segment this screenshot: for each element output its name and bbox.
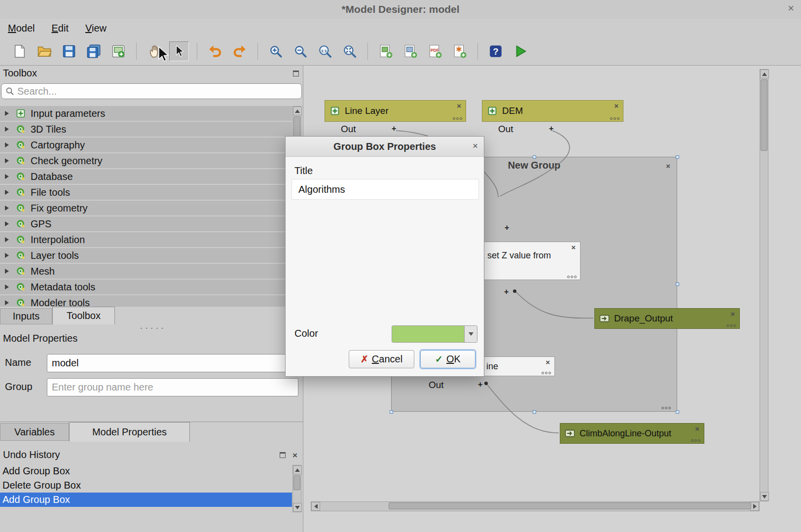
expand-caret-icon[interactable] xyxy=(5,111,9,116)
group-box-properties-dialog[interactable]: Group Box Properties × Title Color ✗ Can… xyxy=(285,136,484,377)
tab-model-properties[interactable]: Model Properties xyxy=(69,422,190,442)
node-set-z-value[interactable]: set Z value from × xyxy=(482,242,581,280)
node-plus-toggle[interactable]: + xyxy=(504,287,509,296)
toolbox-search[interactable] xyxy=(1,83,302,99)
expand-caret-icon[interactable] xyxy=(5,300,9,305)
toolbox-item-file-tools[interactable]: Q File tools xyxy=(0,185,292,200)
toolbox-item-cartography[interactable]: Q Cartography xyxy=(0,138,292,152)
toolbox-item-input-parameters[interactable]: Input parameters xyxy=(0,106,292,121)
zoom-out-button[interactable] xyxy=(291,41,310,61)
window-close-button[interactable]: × xyxy=(788,2,794,15)
scrollbar-thumb[interactable] xyxy=(389,502,751,509)
undo-item-selected[interactable]: Add Group Box xyxy=(0,493,292,507)
group-plus-toggle[interactable]: + xyxy=(505,223,509,232)
undo-history-float-icon[interactable] xyxy=(280,452,286,458)
help-button[interactable]: ? xyxy=(486,41,506,61)
run-model-button[interactable] xyxy=(510,41,530,61)
scroll-down-button[interactable] xyxy=(293,503,302,512)
node-line-layer[interactable]: Line Layer × xyxy=(325,100,466,122)
group-box-title-input[interactable] xyxy=(291,179,479,200)
node-collapse-icon[interactable]: × xyxy=(546,358,550,366)
tab-toolbox[interactable]: Toolbox xyxy=(52,307,115,324)
scroll-down-button[interactable] xyxy=(760,492,769,501)
scroll-up-button[interactable] xyxy=(293,465,302,474)
toolbox-item-layer-tools[interactable]: Q Layer tools xyxy=(0,248,292,263)
node-plus-toggle[interactable]: + xyxy=(549,124,553,133)
zoom-in-button[interactable] xyxy=(266,41,286,61)
model-name-input[interactable] xyxy=(47,354,298,372)
node-link-dots-icon[interactable] xyxy=(567,276,577,278)
expand-caret-icon[interactable] xyxy=(5,221,9,226)
save-model-as-button[interactable] xyxy=(84,41,104,61)
node-collapse-icon[interactable]: × xyxy=(571,244,576,251)
toolbox-float-icon[interactable] xyxy=(293,71,299,76)
node-plus-toggle[interactable]: + xyxy=(392,124,396,133)
undo-item[interactable]: Delete Group Box xyxy=(0,478,292,493)
expand-caret-icon[interactable] xyxy=(5,269,9,274)
node-link-dots-icon[interactable] xyxy=(727,324,736,327)
group-link-dots-icon[interactable] xyxy=(661,407,671,409)
dialog-titlebar[interactable]: Group Box Properties × xyxy=(286,137,484,157)
toolbox-item-3d-tiles[interactable]: Q 3D Tiles xyxy=(0,122,292,137)
tab-variables[interactable]: Variables xyxy=(0,423,69,441)
export-as-script-button[interactable] xyxy=(450,41,470,61)
save-model-button[interactable] xyxy=(59,41,79,61)
scroll-up-button[interactable] xyxy=(293,106,302,115)
scroll-up-button[interactable] xyxy=(760,70,769,78)
export-as-image-button[interactable] xyxy=(376,41,396,61)
save-model-in-project-button[interactable] xyxy=(109,41,128,61)
menu-view[interactable]: View xyxy=(85,23,107,34)
node-collapse-icon[interactable]: × xyxy=(730,310,735,318)
model-group-input[interactable] xyxy=(47,378,298,396)
undo-item[interactable]: Add Group Box xyxy=(0,464,292,478)
expand-caret-icon[interactable] xyxy=(5,284,9,289)
tab-inputs[interactable]: Inputs xyxy=(0,308,52,324)
toolbox-item-database[interactable]: Q Database xyxy=(0,169,292,184)
dropdown-button[interactable] xyxy=(465,326,477,342)
open-model-button[interactable] xyxy=(35,41,54,61)
scrollbar-thumb[interactable] xyxy=(293,475,300,490)
expand-caret-icon[interactable] xyxy=(5,158,9,163)
cancel-button[interactable]: ✗ Cancel xyxy=(349,350,414,368)
expand-caret-icon[interactable] xyxy=(5,174,9,179)
search-input[interactable] xyxy=(17,86,284,97)
expand-caret-icon[interactable] xyxy=(5,206,9,211)
toolbox-item-mesh[interactable]: Q Mesh xyxy=(0,264,292,279)
expand-caret-icon[interactable] xyxy=(5,142,9,147)
zoom-actual-button[interactable]: 1:1 xyxy=(315,41,335,61)
node-climbalongline-output[interactable]: ClimbAlongLine-Output × xyxy=(560,423,704,444)
menu-model[interactable]: Model xyxy=(8,23,35,34)
toolbox-item-interpolation[interactable]: Q Interpolation xyxy=(0,232,292,247)
redo-button[interactable] xyxy=(230,41,250,61)
expand-caret-icon[interactable] xyxy=(5,190,9,195)
toolbox-item-gps[interactable]: Q GPS xyxy=(0,216,292,231)
scrollbar-track[interactable] xyxy=(760,78,768,492)
toolbox-item-metadata-tools[interactable]: Q Metadata tools xyxy=(0,280,292,294)
ok-button[interactable]: ✓ OK xyxy=(420,350,475,368)
node-link-dots-icon[interactable] xyxy=(542,372,551,374)
node-collapse-icon[interactable]: × xyxy=(695,425,699,432)
dialog-close-button[interactable]: × xyxy=(473,141,478,151)
undo-button[interactable] xyxy=(205,41,225,61)
node-dem[interactable]: DEM × xyxy=(482,100,623,122)
canvas-vertical-scrollbar[interactable] xyxy=(760,69,768,501)
splitter-handle[interactable]: ····· xyxy=(140,322,166,333)
pan-tool-button[interactable] xyxy=(145,41,164,61)
scrollbar-track[interactable] xyxy=(320,502,750,511)
select-tool-button[interactable] xyxy=(169,41,189,61)
undo-history-close-icon[interactable]: × xyxy=(292,451,297,460)
toolbox-item-fix-geometry[interactable]: Q Fix geometry xyxy=(0,201,292,215)
canvas-horizontal-scrollbar[interactable] xyxy=(311,501,760,511)
node-link-dots-icon[interactable] xyxy=(453,117,462,120)
node-link-dots-icon[interactable] xyxy=(610,117,619,120)
node-plus-toggle[interactable]: + xyxy=(478,380,482,389)
color-dropdown[interactable] xyxy=(392,325,477,343)
scroll-right-button[interactable] xyxy=(750,502,759,511)
scrollbar-track[interactable] xyxy=(293,474,301,503)
node-link-dots-icon[interactable] xyxy=(691,439,700,442)
new-model-button[interactable] xyxy=(10,41,30,61)
expand-caret-icon[interactable] xyxy=(5,127,9,132)
menu-edit[interactable]: Edit xyxy=(51,23,68,34)
scrollbar-thumb[interactable] xyxy=(761,79,767,151)
window-titlebar[interactable]: *Model Designer: model × xyxy=(0,0,801,19)
